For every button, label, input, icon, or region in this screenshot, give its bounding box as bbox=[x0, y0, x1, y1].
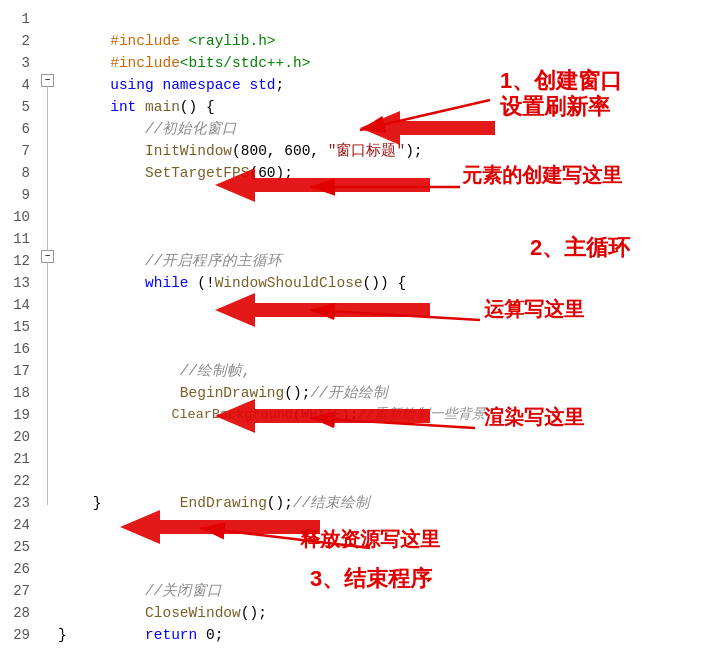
code-line-8 bbox=[58, 162, 717, 184]
code-line-19 bbox=[58, 404, 717, 426]
line-numbers: 1 2 3 4 5 6 7 8 9 10 11 12 13 14 15 16 1… bbox=[0, 8, 38, 646]
code-line-26: //关闭窗口 bbox=[58, 558, 717, 580]
code-area: #include <raylib.h> #include<bits/stdc++… bbox=[58, 8, 717, 646]
code-line-22: EndDrawing();//结束绘制 bbox=[58, 470, 717, 492]
code-line-18: ClearBackground(WHITE);//重新绘制一些背景。 bbox=[58, 382, 717, 404]
code-line-6: InitWindow(800, 600, "窗口标题"); bbox=[58, 118, 717, 140]
fold-button-while[interactable]: − bbox=[41, 250, 54, 263]
code-line-9 bbox=[58, 184, 717, 206]
code-line-20 bbox=[58, 426, 717, 448]
code-line-24 bbox=[58, 514, 717, 536]
fold-column: − − bbox=[38, 8, 58, 646]
code-line-10 bbox=[58, 206, 717, 228]
code-line-3: using namespace std; bbox=[58, 52, 717, 74]
code-line-21 bbox=[58, 448, 717, 470]
code-line-4: int main() { bbox=[58, 74, 717, 96]
code-line-11: //开启程序的主循环 bbox=[58, 228, 717, 250]
code-line-16: //绘制帧, bbox=[58, 338, 717, 360]
code-line-17: BeginDrawing();//开始绘制 bbox=[58, 360, 717, 382]
code-line-23: } bbox=[58, 492, 717, 514]
code-line-2: #include<bits/stdc++.h> bbox=[58, 30, 717, 52]
code-line-12: while (!WindowShouldClose()) { bbox=[58, 250, 717, 272]
code-line-28: return 0; bbox=[58, 602, 717, 624]
code-line-27: CloseWindow(); bbox=[58, 580, 717, 602]
fold-button-main[interactable]: − bbox=[41, 74, 54, 87]
code-line-1: #include <raylib.h> bbox=[58, 8, 717, 30]
code-line-13 bbox=[58, 272, 717, 294]
code-line-7: SetTargetFPS(60); bbox=[58, 140, 717, 162]
code-line-14 bbox=[58, 294, 717, 316]
code-line-5: //初始化窗口 bbox=[58, 96, 717, 118]
code-line-15 bbox=[58, 316, 717, 338]
code-line-25 bbox=[58, 536, 717, 558]
code-line-29: } bbox=[58, 624, 717, 646]
